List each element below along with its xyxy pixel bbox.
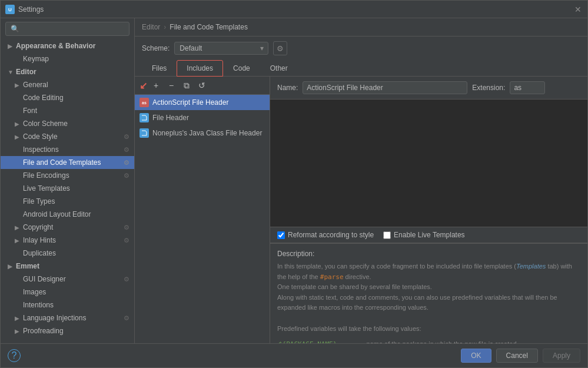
help-button[interactable]: ? (8, 349, 21, 362)
description-content: In this template, you can specify a code… (277, 261, 580, 343)
extension-input[interactable] (510, 81, 545, 94)
scheme-settings-button[interactable]: ⚙ (273, 41, 287, 55)
table-row: ${PACKAGE_NAME} name of the package in w… (278, 339, 579, 343)
copy-template-button[interactable]: ⧉ (180, 79, 193, 92)
sidebar-item-file-encodings[interactable]: File Encodings ⚙ (1, 169, 134, 182)
template-item-file-header[interactable]: File Header (135, 110, 270, 125)
vars-table: ${PACKAGE_NAME} name of the package in w… (277, 337, 580, 343)
gear-icon: ⚙ (124, 237, 129, 244)
template-area: ↙ + − ⧉ ↺ as ActionScript File Header (135, 77, 587, 343)
var-name: ${PACKAGE_NAME} (278, 339, 366, 343)
sidebar: 🔍 ▶ Appearance & Behavior Keymap ▼ Edito… (1, 18, 135, 343)
gear-icon: ⚙ (124, 146, 129, 154)
sidebar-item-color-scheme[interactable]: ▶ Color Scheme (1, 117, 134, 130)
gear-icon: ⚙ (124, 172, 129, 180)
code-editor[interactable] (270, 100, 587, 227)
scheme-label: Scheme: (142, 44, 170, 52)
name-input[interactable] (303, 81, 467, 94)
sidebar-item-file-code-templates[interactable]: File and Code Templates ⚙ (1, 156, 134, 169)
remove-template-button[interactable]: − (165, 79, 178, 92)
breadcrumb-editor: Editor (142, 23, 160, 31)
sidebar-item-emmet[interactable]: ▶ Emmet (1, 260, 134, 273)
sidebar-item-android-layout[interactable]: Android Layout Editor (1, 208, 134, 221)
sidebar-item-intentions[interactable]: Intentions (1, 299, 134, 311)
tab-other[interactable]: Other (260, 60, 298, 76)
file-header-icon (139, 113, 149, 122)
reset-template-button[interactable]: ↺ (195, 79, 208, 92)
sidebar-item-font[interactable]: Font (1, 104, 134, 117)
editor-arrow-icon: ▼ (8, 69, 14, 75)
description-title: Description: (277, 248, 580, 259)
name-extension-row: Name: Extension: (270, 77, 587, 100)
sidebar-item-proofreading[interactable]: ▶ Proofreading (1, 324, 134, 337)
sidebar-item-file-types[interactable]: File Types (1, 195, 134, 208)
arrow-icon: ▶ (8, 43, 14, 49)
ok-button[interactable]: OK (461, 349, 491, 363)
gear-icon: ⚙ (124, 159, 129, 167)
java-class-icon (139, 128, 149, 138)
tab-files[interactable]: Files (142, 60, 177, 76)
tab-includes[interactable]: Includes (177, 60, 223, 77)
sidebar-item-inlay-hints[interactable]: ▶ Inlay Hints ⚙ (1, 234, 134, 247)
tabs-row: Files Includes Code Other (135, 60, 587, 77)
search-input[interactable] (22, 25, 124, 33)
reformat-checkbox[interactable] (277, 231, 285, 239)
live-templates-checkbox-label[interactable]: Enable Live Templates (383, 231, 465, 239)
sidebar-item-editor[interactable]: ▼ Editor (1, 65, 134, 78)
sidebar-item-live-templates[interactable]: Live Templates (1, 182, 134, 195)
template-items: as ActionScript File Header File Header (135, 95, 270, 343)
gear-icon: ⚙ (124, 133, 129, 141)
gear-icon: ⚙ (124, 314, 129, 322)
sidebar-item-appearance[interactable]: ▶ Appearance & Behavior (1, 39, 134, 52)
close-button[interactable]: ✕ (573, 5, 583, 14)
sidebar-item-general[interactable]: ▶ General (1, 78, 134, 91)
add-template-button[interactable]: + (150, 79, 162, 92)
sidebar-item-code-style[interactable]: ▶ Code Style ⚙ (1, 130, 134, 143)
arrow-indicator: ↙ (139, 80, 147, 91)
scheme-select-wrapper: Default Project (174, 42, 268, 55)
name-label: Name: (277, 84, 298, 92)
extension-label: Extension: (472, 84, 505, 92)
cancel-button[interactable]: Cancel (496, 349, 538, 363)
title-bar: U Settings ✕ (1, 1, 587, 18)
reformat-checkbox-label[interactable]: Reformat according to style (277, 231, 374, 239)
sidebar-item-gui-designer[interactable]: GUI Designer ⚙ (1, 273, 134, 286)
template-item-java-class[interactable]: Noneplus's Java Class File Header (135, 125, 270, 141)
template-list-panel: ↙ + − ⧉ ↺ as ActionScript File Header (135, 77, 270, 343)
breadcrumb-page: File and Code Templates (170, 23, 248, 31)
gear-icon: ⚙ (124, 224, 129, 231)
main-panel: Editor › File and Code Templates Scheme:… (135, 18, 587, 343)
search-box[interactable]: 🔍 (5, 22, 129, 36)
actionscript-icon: as (139, 98, 149, 107)
scheme-row: Scheme: Default Project ⚙ (135, 37, 587, 60)
sidebar-item-language-injections[interactable]: ▶ Language Injections ⚙ (1, 311, 134, 324)
sidebar-item-copyright[interactable]: ▶ Copyright ⚙ (1, 221, 134, 234)
template-edit-panel: Name: Extension: Reformat according to s… (270, 77, 587, 343)
breadcrumb: Editor › File and Code Templates (135, 18, 587, 37)
svg-text:U: U (8, 7, 12, 12)
sidebar-item-code-editing[interactable]: Code Editing (1, 91, 134, 104)
apply-button[interactable]: Apply (543, 349, 580, 363)
bottom-bar: ? OK Cancel Apply (1, 343, 587, 367)
template-item-actionscript[interactable]: as ActionScript File Header (135, 95, 270, 110)
sidebar-item-duplicates[interactable]: Duplicates (1, 247, 134, 260)
sidebar-item-images[interactable]: Images (1, 286, 134, 299)
description-panel: Description: In this template, you can s… (270, 243, 587, 343)
tab-code[interactable]: Code (223, 60, 260, 76)
sidebar-item-inspections[interactable]: Inspections ⚙ (1, 143, 134, 156)
gear-icon: ⚙ (124, 276, 129, 283)
template-toolbar: ↙ + − ⧉ ↺ (135, 77, 270, 95)
app-icon: U (5, 5, 15, 14)
options-row: Reformat according to style Enable Live … (270, 227, 587, 243)
search-icon: 🔍 (11, 25, 19, 33)
scheme-select[interactable]: Default Project (174, 42, 268, 55)
breadcrumb-separator: › (164, 23, 166, 31)
window-title: Settings (18, 5, 573, 14)
settings-window: U Settings ✕ 🔍 ▶ Appearance & Behavior K… (0, 0, 588, 368)
sidebar-item-keymap[interactable]: Keymap (1, 52, 134, 65)
var-desc: name of the package in which the new fil… (367, 339, 579, 343)
live-templates-checkbox[interactable] (383, 231, 391, 239)
